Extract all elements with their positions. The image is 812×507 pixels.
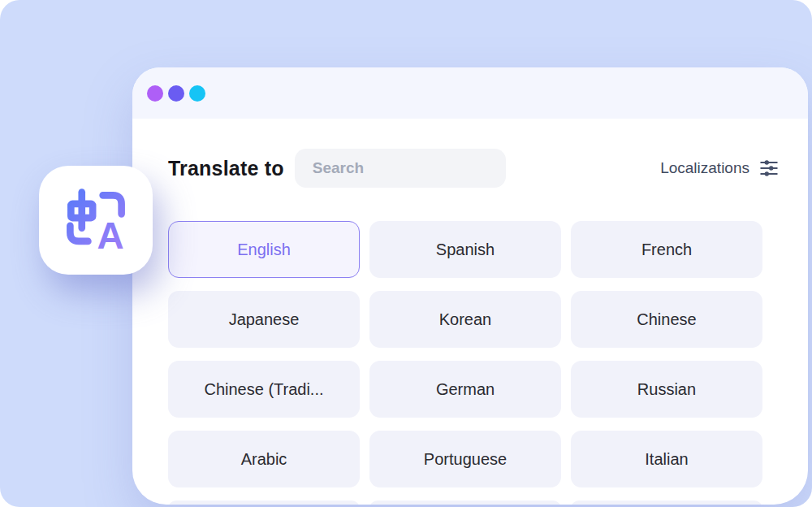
language-grid: English Spanish French Japanese Korean C… (168, 221, 762, 488)
language-button-chinese-traditional[interactable]: Chinese (Tradi... (168, 361, 360, 418)
window-dot-violet[interactable] (168, 85, 184, 102)
language-button-japanese[interactable]: Japanese (168, 291, 360, 348)
language-button-german[interactable]: German (369, 361, 561, 418)
language-button-korean[interactable]: Korean (369, 291, 561, 348)
sliders-icon (758, 158, 780, 179)
header-row: Translate to Localizations (168, 149, 780, 188)
translate-window: Translate to Localizations (132, 67, 808, 505)
translate-app-icon: A (39, 166, 153, 275)
partial-language-button (168, 500, 360, 505)
partial-language-row (168, 500, 762, 505)
svg-text:A: A (97, 214, 124, 257)
partial-language-button (369, 500, 561, 505)
window-titlebar (132, 67, 808, 119)
language-button-portuguese[interactable]: Portuguese (369, 431, 561, 488)
localizations-label: Localizations (660, 159, 749, 177)
language-button-italian[interactable]: Italian (571, 431, 762, 488)
page-background: A Translate to Localizations (0, 0, 812, 507)
language-button-english[interactable]: English (168, 221, 360, 278)
localizations-button[interactable]: Localizations (660, 158, 780, 179)
language-button-french[interactable]: French (571, 221, 762, 278)
language-button-arabic[interactable]: Arabic (168, 431, 360, 488)
window-dot-purple[interactable] (147, 85, 163, 102)
partial-language-button (571, 500, 762, 505)
search-input[interactable] (295, 149, 506, 188)
window-dot-cyan[interactable] (189, 85, 205, 102)
language-button-russian[interactable]: Russian (571, 361, 762, 418)
page-title: Translate to (168, 157, 284, 180)
language-button-spanish[interactable]: Spanish (369, 221, 561, 278)
translate-glyph-icon: A (58, 183, 133, 258)
language-button-chinese[interactable]: Chinese (571, 291, 762, 348)
